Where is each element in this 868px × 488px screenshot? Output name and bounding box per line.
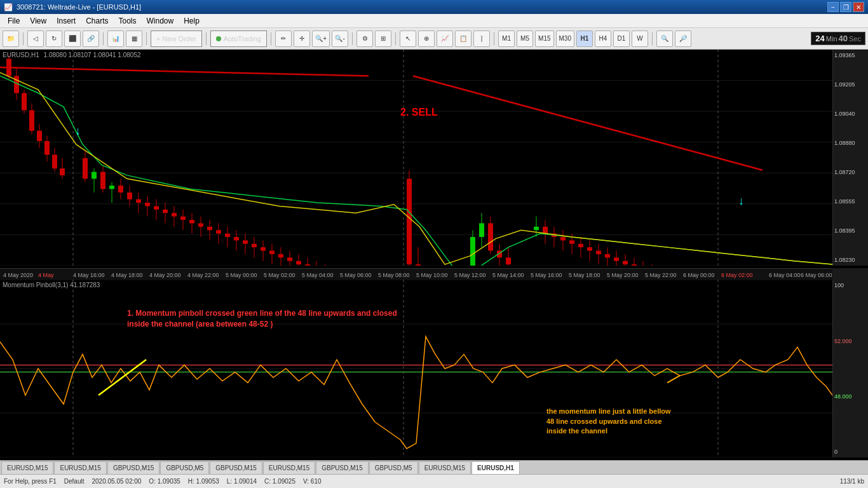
- menubar: File View Insert Charts Tools Window Hel…: [0, 14, 868, 28]
- close-label: C: 1.09025: [264, 478, 295, 485]
- tb-btn-cross[interactable]: ✛: [294, 30, 310, 47]
- ind-level-0: 0: [834, 449, 867, 455]
- tb-btn-link[interactable]: 🔗: [83, 30, 99, 47]
- tb-btn-h4[interactable]: H4: [595, 30, 611, 47]
- tb-btn-h1[interactable]: H1: [576, 30, 593, 47]
- tb-btn-zoom-in2[interactable]: 🔍: [656, 30, 673, 47]
- timer-display: 24 Min 40 Sec: [811, 32, 865, 45]
- menu-view[interactable]: View: [25, 15, 51, 27]
- tab-gbpusd-m15-1[interactable]: GBPUSD,M15: [107, 461, 159, 474]
- tb-btn-crosshair[interactable]: ⊕: [418, 30, 435, 47]
- menu-file[interactable]: File: [3, 15, 25, 27]
- autotrading-button[interactable]: AutoTrading: [210, 30, 268, 47]
- tb-btn-period-sep[interactable]: |: [473, 30, 490, 47]
- svg-text:5 May 06:00: 5 May 06:00: [340, 272, 372, 278]
- timer-sec-label: Sec: [849, 35, 861, 43]
- tb-btn-chart-type[interactable]: 📊: [107, 30, 124, 47]
- indicator-annotation-2: the momentum line just a little bellow48…: [546, 407, 671, 436]
- sep-2: [103, 32, 104, 45]
- tb-btn-d1[interactable]: D1: [613, 30, 630, 47]
- new-order-icon: +: [156, 35, 160, 43]
- tb-btn-indicator[interactable]: 📈: [437, 30, 453, 47]
- tab-eurusd-m15-3[interactable]: EURUSD,M15: [263, 461, 315, 474]
- buy-arrow-icon: ↓: [75, 125, 81, 138]
- price-chart-label: EURUSD,H1 1.08080 1.08107 1.08041 1.0805…: [3, 51, 141, 58]
- tb-btn-m30[interactable]: M30: [556, 30, 574, 47]
- sep-7: [395, 32, 396, 45]
- svg-text:5 May 10:00: 5 May 10:00: [416, 272, 448, 278]
- tb-btn-arrow[interactable]: ◁: [27, 30, 44, 47]
- profile-label: Default: [64, 478, 85, 485]
- tab-gbpusd-m5-1[interactable]: GBPUSD,M5: [160, 461, 209, 474]
- tab-gbpusd-m15-2[interactable]: GBPUSD,M15: [210, 461, 262, 474]
- tb-btn-zoom-out[interactable]: 🔍-: [332, 30, 348, 47]
- timer-seconds: 40: [839, 34, 848, 43]
- menu-insert[interactable]: Insert: [51, 15, 81, 27]
- menu-window[interactable]: Window: [142, 15, 179, 27]
- tb-btn-chart-bar[interactable]: ▦: [126, 30, 142, 47]
- tb-btn-zoom-out2[interactable]: 🔎: [675, 30, 691, 47]
- tab-gbpusd-m15-3[interactable]: GBPUSD,M15: [316, 461, 368, 474]
- tb-btn-pen[interactable]: ✏: [275, 30, 292, 47]
- tab-eurusd-m15-2[interactable]: EURUSD,M15: [54, 461, 106, 474]
- svg-text:5 May 14:00: 5 May 14:00: [492, 272, 524, 278]
- timer-minutes: 24: [815, 34, 824, 43]
- tb-btn-grid[interactable]: ⊞: [375, 30, 391, 47]
- toolbar: 📁 ◁ ↻ ⬛ 🔗 📊 ▦ + New Order AutoTrading ✏ …: [0, 28, 868, 50]
- svg-text:5 May 02:00: 5 May 02:00: [264, 272, 295, 278]
- menu-tools[interactable]: Tools: [114, 15, 142, 27]
- ind-level-48: 48.000: [834, 393, 867, 400]
- low-label: L: 1.09014: [227, 478, 257, 485]
- sep-1: [23, 32, 24, 45]
- price-chart-area[interactable]: EURUSD,H1 1.08080 1.08107 1.08041 1.0805…: [0, 50, 832, 266]
- tb-btn-m15[interactable]: M15: [535, 30, 553, 47]
- tab-eurusd-m15-4[interactable]: EURUSD,M15: [419, 461, 471, 474]
- tab-eurusd-h1[interactable]: EURUSD,H1: [471, 461, 520, 474]
- time-axis-svg: 4 May 2020 4 May 4 May 16:00 4 May 18:00…: [0, 269, 832, 280]
- svg-text:4 May: 4 May: [38, 272, 54, 278]
- tb-btn-zoom-in[interactable]: 🔍+: [312, 30, 330, 47]
- tabs-bar: EURUSD,M15 EURUSD,M15 GBPUSD,M15 GBPUSD,…: [0, 460, 868, 474]
- help-text: For Help, press F1: [4, 478, 57, 485]
- svg-text:5 May 16:00: 5 May 16:00: [531, 272, 562, 278]
- tb-btn-m1[interactable]: M1: [498, 30, 515, 47]
- menu-charts[interactable]: Charts: [81, 15, 113, 27]
- svg-text:4 May 18:00: 4 May 18:00: [111, 272, 143, 278]
- indicator-chart-area[interactable]: Momentum Pinboll(3,1) 41.187283 1. Momen…: [0, 280, 832, 458]
- close-button[interactable]: ✕: [853, 2, 864, 12]
- tb-btn-template[interactable]: 📋: [455, 30, 471, 47]
- memory-label: 113/1 kb: [840, 478, 864, 485]
- tb-btn-stop[interactable]: ⬛: [64, 30, 81, 47]
- tb-btn-1[interactable]: 📁: [3, 30, 19, 47]
- svg-text:5 May 18:00: 5 May 18:00: [569, 272, 600, 278]
- svg-text:6 May 04:00: 6 May 04:00: [769, 272, 801, 278]
- title-icon: 📈: [4, 3, 13, 11]
- tb-btn-w1[interactable]: W: [632, 30, 648, 47]
- tab-eurusd-m15-1[interactable]: EURUSD,M15: [1, 461, 53, 474]
- tb-btn-refresh[interactable]: ↻: [46, 30, 62, 47]
- menu-help[interactable]: Help: [179, 15, 205, 27]
- price-level-3: 1.09040: [834, 111, 867, 117]
- restore-button[interactable]: ❐: [840, 2, 851, 12]
- sep-9: [652, 32, 653, 45]
- ind-level-52: 52.000: [834, 338, 867, 344]
- time-axis: 4 May 2020 4 May 4 May 16:00 4 May 18:00…: [0, 268, 832, 280]
- svg-text:5 May 22:00: 5 May 22:00: [645, 272, 677, 278]
- statusbar: For Help, press F1 Default 2020.05.05 02…: [0, 474, 868, 488]
- svg-text:6 May 00:00: 6 May 00:00: [683, 272, 715, 278]
- tb-btn-props[interactable]: ⚙: [356, 30, 373, 47]
- ind-level-100: 100: [834, 282, 867, 288]
- svg-text:5 May 08:00: 5 May 08:00: [378, 272, 410, 278]
- sep-3: [146, 32, 147, 45]
- minimize-button[interactable]: −: [827, 2, 839, 12]
- price-level-8: 1.08230: [834, 257, 867, 263]
- tab-gbpusd-m5-2[interactable]: GBPUSD,M5: [369, 461, 418, 474]
- tb-btn-m5[interactable]: M5: [517, 30, 533, 47]
- price-level-5: 1.08720: [834, 169, 867, 175]
- new-order-button[interactable]: + New Order: [151, 30, 202, 47]
- time-axis-row: 4 May 2020 4 May 4 May 16:00 4 May 18:00…: [0, 268, 868, 280]
- svg-text:5 May 20:00: 5 May 20:00: [607, 272, 639, 278]
- indicator-chart-row: Momentum Pinboll(3,1) 41.187283 1. Momen…: [0, 280, 868, 460]
- tb-btn-cursor[interactable]: ↖: [400, 30, 416, 47]
- indicator-chart-label: Momentum Pinboll(3,1) 41.187283: [3, 281, 100, 288]
